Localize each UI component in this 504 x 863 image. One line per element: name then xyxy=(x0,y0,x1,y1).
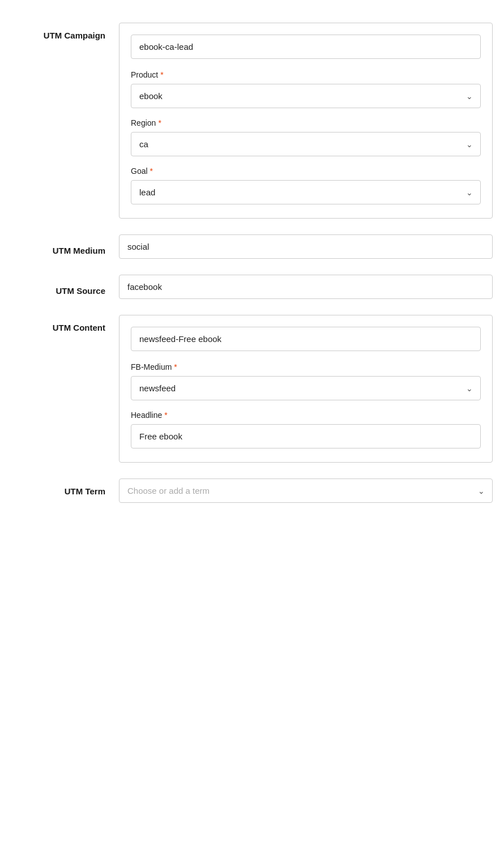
headline-label: Headline * xyxy=(131,411,481,420)
utm-term-row: UTM Term Choose or add a term ⌄ xyxy=(11,479,493,503)
utm-campaign-wrapper: Product * ebook other ⌄ Region * xyxy=(119,23,493,219)
utm-source-input[interactable] xyxy=(119,275,493,299)
product-select-wrapper: ebook other ⌄ xyxy=(131,84,481,108)
utm-term-label: UTM Term xyxy=(11,479,119,496)
utm-term-wrapper: Choose or add a term ⌄ xyxy=(119,479,493,503)
fb-medium-select-wrapper: newsfeed story reel ⌄ xyxy=(131,376,481,400)
goal-field: Goal * lead sale signup ⌄ xyxy=(131,166,481,204)
goal-select[interactable]: lead sale signup xyxy=(131,180,481,204)
utm-medium-wrapper xyxy=(119,234,493,259)
utm-content-row: UTM Content FB-Medium * newsfeed story r… xyxy=(11,315,493,463)
product-select[interactable]: ebook other xyxy=(131,84,481,108)
region-label: Region * xyxy=(131,118,481,127)
utm-source-row: UTM Source xyxy=(11,275,493,299)
headline-field: Headline * xyxy=(131,411,481,448)
utm-content-sub-box: FB-Medium * newsfeed story reel ⌄ Headli… xyxy=(119,315,493,463)
fb-medium-required-star: * xyxy=(174,362,177,371)
utm-source-label: UTM Source xyxy=(11,278,119,296)
headline-required-star: * xyxy=(164,411,167,420)
utm-campaign-sub-box: Product * ebook other ⌄ Region * xyxy=(119,23,493,219)
utm-content-wrapper: FB-Medium * newsfeed story reel ⌄ Headli… xyxy=(119,315,493,463)
region-required-star: * xyxy=(158,118,161,127)
region-select[interactable]: ca us uk xyxy=(131,132,481,156)
headline-input[interactable] xyxy=(131,424,481,448)
utm-medium-row: UTM Medium xyxy=(11,234,493,259)
product-label: Product * xyxy=(131,70,481,79)
utm-medium-input[interactable] xyxy=(119,234,493,259)
product-field: Product * ebook other ⌄ xyxy=(131,70,481,108)
fb-medium-field: FB-Medium * newsfeed story reel ⌄ xyxy=(131,362,481,400)
utm-campaign-row: UTM Campaign Product * ebook other ⌄ xyxy=(11,23,493,219)
region-select-wrapper: ca us uk ⌄ xyxy=(131,132,481,156)
utm-campaign-label: UTM Campaign xyxy=(11,23,119,40)
goal-select-wrapper: lead sale signup ⌄ xyxy=(131,180,481,204)
utm-source-wrapper xyxy=(119,275,493,299)
product-required-star: * xyxy=(160,70,163,79)
region-field: Region * ca us uk ⌄ xyxy=(131,118,481,156)
utm-campaign-input[interactable] xyxy=(131,35,481,59)
utm-medium-label: UTM Medium xyxy=(11,238,119,255)
utm-content-input[interactable] xyxy=(131,327,481,351)
utm-term-select-wrapper: Choose or add a term ⌄ xyxy=(119,479,493,503)
fb-medium-select[interactable]: newsfeed story reel xyxy=(131,376,481,400)
utm-term-select[interactable]: Choose or add a term xyxy=(119,479,493,503)
utm-content-label: UTM Content xyxy=(11,315,119,332)
goal-required-star: * xyxy=(150,166,153,176)
goal-label: Goal * xyxy=(131,166,481,176)
fb-medium-label: FB-Medium * xyxy=(131,362,481,371)
